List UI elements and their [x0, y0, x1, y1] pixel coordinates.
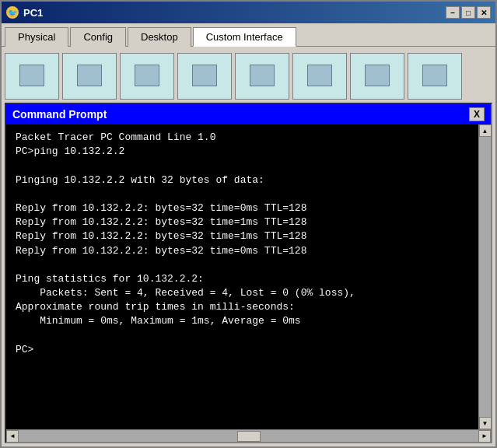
vertical-scrollbar: ▲ ▼ [478, 124, 491, 429]
scroll-down-arrow[interactable]: ▼ [479, 417, 492, 429]
tab-bar: Physical Config Desktop Custom Interface [2, 23, 495, 47]
icon-box-8[interactable] [408, 53, 462, 100]
icon-box-5[interactable] [235, 53, 289, 100]
scroll-thumb-horizontal[interactable] [237, 431, 261, 442]
restore-button[interactable]: □ [461, 6, 475, 19]
icon-box-2[interactable] [62, 53, 117, 100]
tab-physical[interactable]: Physical [5, 27, 68, 47]
icon-box-6[interactable] [292, 53, 347, 100]
tab-custom-interface[interactable]: Custom Interface [193, 27, 296, 47]
icon-img-1 [19, 65, 44, 86]
main-window: 🐦 PC1 – □ ✕ Physical Config Desktop Cust… [0, 0, 497, 448]
window-icon: 🐦 [6, 6, 19, 19]
tab-config[interactable]: Config [70, 27, 126, 47]
scroll-track-vertical[interactable] [479, 137, 492, 417]
icon-img-7 [365, 65, 390, 86]
scroll-track-horizontal[interactable] [19, 430, 478, 443]
terminal-output[interactable]: Packet Tracer PC Command Line 1.0 PC>pin… [6, 124, 478, 429]
icon-img-3 [135, 65, 159, 86]
icon-box-7[interactable] [350, 53, 404, 100]
scroll-left-arrow[interactable]: ◄ [6, 430, 19, 443]
content-area: Command Prompt X Packet Tracer PC Comman… [2, 47, 495, 446]
title-bar-controls: – □ ✕ [446, 6, 491, 19]
icon-img-5 [250, 65, 275, 86]
icon-box-4[interactable] [177, 53, 232, 100]
minimize-button[interactable]: – [446, 6, 460, 19]
cmd-close-button[interactable]: X [469, 107, 485, 121]
window-title: PC1 [23, 7, 446, 19]
cmd-titlebar: Command Prompt X [6, 104, 491, 124]
icon-img-2 [77, 65, 102, 86]
icon-box-3[interactable] [120, 53, 174, 100]
close-button[interactable]: ✕ [477, 6, 491, 19]
cmd-title: Command Prompt [12, 108, 107, 121]
icon-img-8 [422, 65, 447, 86]
horizontal-scrollbar: ◄ ► [6, 429, 491, 442]
icon-img-4 [192, 65, 217, 86]
title-bar: 🐦 PC1 – □ ✕ [2, 2, 495, 23]
icon-row [5, 50, 492, 103]
command-prompt-window: Command Prompt X Packet Tracer PC Comman… [5, 103, 492, 443]
scroll-right-arrow[interactable]: ► [478, 430, 491, 443]
cmd-body-container: Packet Tracer PC Command Line 1.0 PC>pin… [6, 124, 491, 429]
tab-desktop[interactable]: Desktop [128, 27, 191, 47]
icon-box-1[interactable] [5, 53, 59, 100]
scroll-up-arrow[interactable]: ▲ [479, 124, 492, 137]
icon-img-6 [307, 65, 332, 86]
